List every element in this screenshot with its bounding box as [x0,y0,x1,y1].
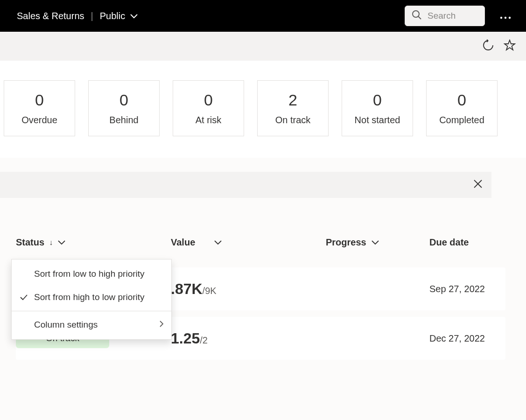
card-on-track[interactable]: 2 On track [257,80,329,136]
column-label: Status [16,237,44,248]
card-value: 0 [457,91,466,109]
search-field[interactable] [428,11,478,21]
status-sort-menu: Sort from low to high priority Sort from… [11,259,172,340]
search-input[interactable] [405,6,485,26]
column-label: Progress [326,237,366,248]
card-label: On track [275,115,311,126]
menu-item-label: Sort from low to high priority [34,269,145,279]
card-value: 0 [204,91,213,109]
scope-dropdown[interactable]: Public [100,11,138,21]
card-overdue[interactable]: 0 Overdue [4,80,75,136]
column-header-due-date[interactable]: Due date [429,237,504,248]
cell-due-date: Sep 27, 2022 [429,284,504,294]
banner [0,172,491,198]
cell-due-date: Dec 27, 2022 [429,333,504,344]
close-button[interactable] [473,178,483,192]
card-label: Not started [355,115,400,126]
menu-column-settings[interactable]: Column settings [12,313,171,336]
card-label: Overdue [21,115,57,126]
cell-value: .87K/9K [171,280,326,298]
card-label: At risk [196,115,222,126]
column-label: Due date [429,237,469,248]
svg-point-0 [413,11,419,17]
more-options-button[interactable] [498,9,513,23]
top-bar: Sales & Returns | Public [0,0,526,32]
chevron-right-icon [159,320,164,330]
breadcrumb-separator: | [91,11,93,21]
chevron-down-icon [371,237,379,248]
breadcrumb: Sales & Returns | Public [17,11,138,21]
sort-down-icon: ↓ [49,238,53,247]
report-title: Sales & Returns [17,11,84,21]
value-main: 1.25 [171,330,200,347]
menu-item-label: Sort from high to low priority [34,292,145,302]
status-cards: 0 Overdue 0 Behind 0 At risk 2 On track … [0,61,526,158]
column-label: Value [171,237,195,248]
value-main: .87K [171,280,203,298]
column-header-value[interactable]: Value [171,237,326,248]
cell-value: 1.25/2 [171,330,326,347]
svg-point-4 [509,16,511,18]
banner-section [0,172,526,198]
menu-sort-high-to-low[interactable]: Sort from high to low priority [12,286,171,309]
card-not-started[interactable]: 0 Not started [342,80,413,136]
svg-point-2 [500,16,502,18]
secondary-toolbar [0,32,526,61]
menu-divider [12,311,171,311]
search-icon [412,10,422,22]
chevron-down-icon [214,237,222,248]
top-bar-actions [405,6,513,26]
card-value: 0 [373,91,382,109]
card-behind[interactable]: 0 Behind [88,80,160,136]
menu-item-label: Column settings [34,320,98,330]
card-at-risk[interactable]: 0 At risk [173,80,244,136]
scope-label: Public [100,11,125,21]
chevron-down-icon [130,11,138,21]
card-value: 2 [288,91,297,109]
card-label: Behind [109,115,138,126]
favorite-button[interactable] [504,39,516,53]
card-value: 0 [35,91,44,109]
column-header-progress[interactable]: Progress [326,237,429,248]
svg-point-3 [505,16,506,18]
table-header-row: Status ↓ Value Progress Due date [16,237,505,248]
ellipsis-icon [500,11,511,21]
chevron-down-icon [57,237,66,248]
value-denominator: /9K [203,286,217,296]
refresh-button[interactable] [482,39,494,53]
svg-line-1 [418,16,421,19]
card-completed[interactable]: 0 Completed [426,80,498,136]
card-value: 0 [119,91,128,109]
check-icon [19,294,28,301]
menu-sort-low-to-high[interactable]: Sort from low to high priority [12,262,171,286]
column-header-status[interactable]: Status ↓ [16,237,171,248]
star-icon [504,39,516,53]
value-denominator: /2 [200,335,208,346]
close-icon [473,178,483,192]
card-label: Completed [439,115,484,126]
refresh-icon [482,39,494,53]
